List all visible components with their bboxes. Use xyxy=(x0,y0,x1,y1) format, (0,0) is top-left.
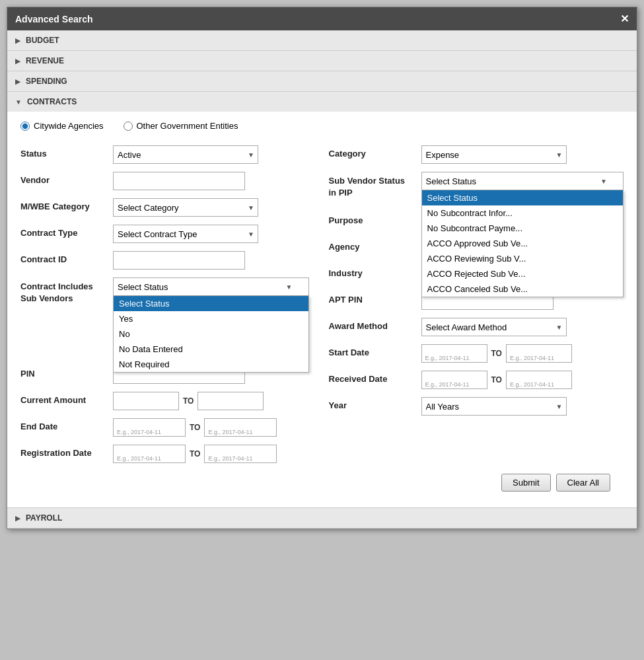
mwbe-select-wrapper: Select Category M/WBE Non-M/WBE xyxy=(113,198,258,217)
end-date-field-row: End Date E.g., 2017-04-11 TO E. xyxy=(20,414,309,441)
contract-includes-field-row: Contract Includes Sub Vendors Select Sta… xyxy=(20,274,309,309)
contract-includes-label: Contract Includes Sub Vendors xyxy=(20,277,106,305)
contracts-section-header[interactable]: ▼ CONTRACTS xyxy=(7,92,637,112)
start-date-to-wrap: E.g., 2017-04-11 xyxy=(506,344,572,363)
end-date-from-input[interactable] xyxy=(113,418,186,437)
vendor-input[interactable] xyxy=(113,172,245,190)
sub-vendor-option-no-info[interactable]: No Subcontract Infor... xyxy=(422,205,624,221)
spending-label: SPENDING xyxy=(26,77,67,86)
category-select-wrapper: Expense Revenue MMA xyxy=(421,145,567,164)
contract-id-field-row: Contract ID xyxy=(20,247,309,274)
sub-vendor-status-trigger[interactable]: Select Status xyxy=(421,172,624,190)
received-date-to-input[interactable] xyxy=(506,371,572,389)
sub-vendor-option-acco-canceled[interactable]: ACCO Canceled Sub Ve... xyxy=(422,281,624,297)
contract-id-control xyxy=(113,251,309,270)
category-control: Expense Revenue MMA xyxy=(421,145,624,164)
agency-label: Agency xyxy=(329,238,415,252)
modal-header: Advanced Search ✕ xyxy=(7,7,637,30)
contract-includes-option-no-data[interactable]: No Data Entered xyxy=(114,342,308,357)
sub-vendor-option-acco-reviewing[interactable]: ACCO Reviewing Sub V... xyxy=(422,251,624,266)
contract-type-select-wrapper: Select Contract Type Revenue Expense MMA xyxy=(113,225,258,243)
revenue-section[interactable]: ▶ REVENUE xyxy=(7,51,637,71)
registration-date-range: E.g., 2017-04-11 TO E.g., 2017-04-11 xyxy=(113,445,309,463)
current-amount-from-input[interactable] xyxy=(113,392,179,410)
current-amount-control: TO xyxy=(113,392,309,410)
spending-section[interactable]: ▶ SPENDING xyxy=(7,71,637,92)
end-date-to-wrap: E.g., 2017-04-11 xyxy=(204,418,277,437)
footer-buttons: Submit Clear All xyxy=(20,467,624,501)
received-date-from-input[interactable] xyxy=(421,371,487,389)
submit-button[interactable]: Submit xyxy=(501,474,550,492)
status-field-row: Status Active Registered Pending Expired xyxy=(20,141,309,168)
clear-all-button[interactable]: Clear All xyxy=(556,474,610,492)
contract-type-field-row: Contract Type Select Contract Type Reven… xyxy=(20,221,309,247)
start-date-control: E.g., 2017-04-11 TO E.g., 2017-04-11 xyxy=(421,344,624,363)
status-select-wrapper: Active Registered Pending Expired xyxy=(113,145,258,164)
contract-includes-option-not-required[interactable]: Not Required xyxy=(114,357,308,372)
registration-date-to-input[interactable] xyxy=(204,445,277,463)
contract-type-select[interactable]: Select Contract Type Revenue Expense MMA xyxy=(113,225,258,243)
advanced-search-modal: Advanced Search ✕ ▶ BUDGET ▶ REVENUE ▶ S… xyxy=(7,7,637,529)
close-button[interactable]: ✕ xyxy=(620,13,629,25)
year-field-row: Year All Years 2023 2022 2021 2020 2019 xyxy=(329,393,624,420)
end-date-from-wrap: E.g., 2017-04-11 xyxy=(113,418,186,437)
contract-includes-control: Select Status Select Status Yes No No Da… xyxy=(113,277,309,296)
current-amount-label: Current Amount xyxy=(20,392,106,405)
status-select[interactable]: Active Registered Pending Expired xyxy=(113,145,258,164)
contract-includes-option-no[interactable]: No xyxy=(114,326,308,342)
status-control: Active Registered Pending Expired xyxy=(113,145,309,164)
category-select[interactable]: Expense Revenue MMA xyxy=(421,145,567,164)
received-date-label: Received Date xyxy=(329,371,415,384)
contracts-body: Citywide Agencies Other Government Entit… xyxy=(7,112,637,507)
sub-vendor-status-field-row: Sub Vendor Status in PIP Select Status S… xyxy=(329,168,624,203)
contracts-label: CONTRACTS xyxy=(27,97,77,106)
budget-section[interactable]: ▶ BUDGET xyxy=(7,30,637,51)
mwbe-select[interactable]: Select Category M/WBE Non-M/WBE xyxy=(113,198,258,217)
end-date-to-input[interactable] xyxy=(204,418,277,437)
registration-date-label: Registration Date xyxy=(20,445,106,458)
current-amount-to-input[interactable] xyxy=(197,392,264,410)
revenue-label: REVENUE xyxy=(26,56,64,65)
category-label: Category xyxy=(329,145,415,159)
sub-vendor-dropdown-container: Select Status Select Status No Subcontra… xyxy=(421,172,624,190)
contract-includes-value: Select Status xyxy=(118,282,168,292)
received-date-range: E.g., 2017-04-11 TO E.g., 2017-04-11 xyxy=(421,371,624,389)
start-date-from-input[interactable] xyxy=(421,344,487,363)
budget-arrow-icon: ▶ xyxy=(15,37,20,44)
received-date-to-label: TO xyxy=(491,375,502,385)
spending-arrow-icon: ▶ xyxy=(15,78,20,85)
citywide-agencies-label: Citywide Agencies xyxy=(34,121,104,131)
registration-date-to-wrap: E.g., 2017-04-11 xyxy=(204,445,277,463)
current-amount-field-row: Current Amount TO xyxy=(20,388,309,414)
award-method-control: Select Award Method Competitive Sealed B… xyxy=(421,318,624,336)
end-date-label: End Date xyxy=(20,418,106,431)
sub-vendor-option-select-status[interactable]: Select Status xyxy=(422,190,624,205)
contract-id-input[interactable] xyxy=(113,251,245,270)
start-date-to-input[interactable] xyxy=(506,344,572,363)
contract-includes-trigger[interactable]: Select Status xyxy=(113,277,309,296)
payroll-label: PAYROLL xyxy=(26,513,62,523)
year-select[interactable]: All Years 2023 2022 2021 2020 2019 2018 … xyxy=(421,397,567,416)
citywide-agencies-option[interactable]: Citywide Agencies xyxy=(20,121,104,131)
sub-vendor-option-acco-rejected[interactable]: ACCO Rejected Sub Ve... xyxy=(422,266,624,281)
status-label: Status xyxy=(20,145,106,159)
budget-label: BUDGET xyxy=(26,36,59,45)
other-government-option[interactable]: Other Government Entities xyxy=(124,121,238,131)
registration-date-from-input[interactable] xyxy=(113,445,186,463)
contract-includes-option-select-status[interactable]: Select Status xyxy=(114,296,308,311)
year-control: All Years 2023 2022 2021 2020 2019 2018 … xyxy=(421,397,624,416)
sub-vendor-option-acco-approved[interactable]: ACCO Approved Sub Ve... xyxy=(422,236,624,251)
award-method-select[interactable]: Select Award Method Competitive Sealed B… xyxy=(421,318,567,336)
payroll-section[interactable]: ▶ PAYROLL xyxy=(7,508,637,529)
year-label: Year xyxy=(329,397,415,410)
contract-includes-dropdown-container: Select Status Select Status Yes No No Da… xyxy=(113,277,309,296)
industry-label: Industry xyxy=(329,265,415,278)
sub-vendor-status-label: Sub Vendor Status in PIP xyxy=(329,172,415,199)
received-date-field-row: Received Date E.g., 2017-04-11 TO xyxy=(329,367,624,393)
citywide-agencies-radio[interactable] xyxy=(20,122,30,131)
other-government-radio[interactable] xyxy=(124,122,133,131)
contract-includes-option-yes[interactable]: Yes xyxy=(114,311,308,326)
end-date-control: E.g., 2017-04-11 TO E.g., 2017-04-11 xyxy=(113,418,309,437)
sub-vendor-option-no-payment[interactable]: No Subcontract Payme... xyxy=(422,221,624,236)
award-method-label: Award Method xyxy=(329,318,415,331)
